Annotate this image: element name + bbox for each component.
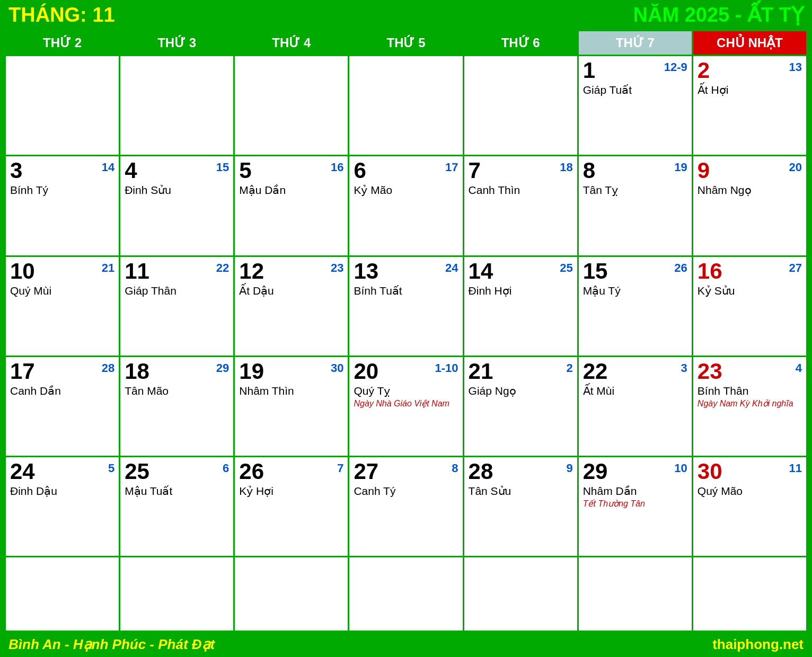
lunar-name: Đinh Dậu bbox=[10, 485, 114, 498]
event-label: Ngày Nam Kỳ Khởi nghĩa bbox=[698, 398, 802, 409]
day-cell: 2615Mậu Tý bbox=[578, 256, 692, 356]
calendar-wrapper: THỨ 2 THỨ 3 THỨ 4 THỨ 5 THỨ 6 THỨ 7 CHỦ … bbox=[0, 30, 812, 632]
day-number: 28 bbox=[469, 460, 573, 483]
lunar-number: 6 bbox=[223, 461, 229, 475]
day-number: 15 bbox=[583, 260, 687, 282]
lunar-number: 9 bbox=[566, 461, 572, 475]
day-number: 13 bbox=[354, 260, 458, 282]
day-cell: 2918Tân Mão bbox=[120, 356, 234, 456]
day-number: 5 bbox=[239, 159, 343, 182]
day-cell: 1130Quý Mão bbox=[692, 457, 807, 557]
event-label: Tết Thường Tân bbox=[583, 499, 687, 509]
lunar-name: Nhâm Thìn bbox=[239, 385, 343, 397]
day-cell: 1029Nhâm DầnTết Thường Tân bbox=[578, 457, 692, 557]
day-cell bbox=[349, 557, 463, 632]
day-cell: 154Đinh Sửu bbox=[120, 156, 234, 256]
day-cell: 165Mậu Dần bbox=[234, 156, 349, 256]
day-cell: 423Bính ThânNgày Nam Kỳ Khởi nghĩa bbox=[692, 356, 807, 456]
weekday-mon: THỨ 2 bbox=[5, 31, 120, 56]
event-label: Ngày Nhà Giáo Việt Nam bbox=[354, 398, 458, 409]
lunar-name: Giáp Thân bbox=[125, 285, 229, 297]
day-number: 25 bbox=[125, 460, 229, 483]
calendar-table: THỨ 2 THỨ 3 THỨ 4 THỨ 5 THỨ 6 THỨ 7 CHỦ … bbox=[4, 30, 808, 632]
calendar-footer: Bình An - Hạnh Phúc - Phát Đạt thaiphong… bbox=[0, 632, 812, 657]
day-cell bbox=[463, 557, 578, 632]
lunar-name: Ất Hợi bbox=[698, 84, 802, 96]
day-cell: 625Mậu Tuất bbox=[120, 457, 234, 557]
weekday-header-row: THỨ 2 THỨ 3 THỨ 4 THỨ 5 THỨ 6 THỨ 7 CHỦ … bbox=[5, 31, 807, 56]
lunar-name: Canh Tý bbox=[354, 485, 458, 498]
day-cell: 2413Bính Tuất bbox=[349, 256, 463, 356]
day-cell: 322Ất Mùi bbox=[578, 356, 692, 456]
day-number: 9 bbox=[698, 159, 802, 182]
calendar-row-2: 2110Quý Mùi2211Giáp Thân2312Ất Dậu2413Bí… bbox=[5, 256, 807, 356]
calendar-row-1: 143Bính Tý154Đinh Sửu165Mậu Dần176Kỷ Mão… bbox=[5, 156, 807, 256]
day-number: 24 bbox=[10, 460, 114, 483]
lunar-number: 18 bbox=[560, 161, 572, 174]
lunar-name: Tân Tỵ bbox=[583, 184, 687, 197]
day-cell: 1-1020Quý TỵNgày Nhà Giáo Việt Nam bbox=[349, 356, 463, 456]
weekday-sat: THỨ 7 bbox=[578, 31, 692, 56]
lunar-name: Kỷ Hợi bbox=[239, 485, 343, 498]
lunar-number: 30 bbox=[331, 361, 343, 375]
day-cell: 3019Nhâm Thìn bbox=[234, 356, 349, 456]
day-number: 26 bbox=[239, 460, 343, 483]
lunar-name: Tân Mão bbox=[125, 385, 229, 397]
lunar-name: Quý Mùi bbox=[10, 285, 114, 297]
lunar-number: 25 bbox=[560, 261, 572, 275]
lunar-name: Bính Thân bbox=[698, 385, 802, 397]
lunar-number: 2 bbox=[566, 361, 572, 375]
lunar-name: Giáp Tuất bbox=[583, 84, 687, 96]
calendar-row-5 bbox=[5, 557, 807, 632]
day-cell: 827Canh Tý bbox=[349, 457, 463, 557]
day-number: 18 bbox=[125, 360, 229, 383]
lunar-number: 27 bbox=[789, 261, 802, 275]
lunar-name: Ất Mùi bbox=[583, 385, 687, 397]
lunar-name: Đinh Sửu bbox=[125, 184, 229, 197]
weekday-tue: THỨ 3 bbox=[120, 31, 234, 56]
day-cell: 143Bính Tý bbox=[5, 156, 120, 256]
calendar-header: THÁNG: 11 NĂM 2025 - ẤT TỴ bbox=[0, 0, 812, 30]
lunar-name: Mậu Tý bbox=[583, 285, 687, 297]
day-number: 19 bbox=[239, 360, 343, 383]
lunar-name: Kỷ Sửu bbox=[698, 285, 802, 297]
day-cell: 2211Giáp Thân bbox=[120, 256, 234, 356]
lunar-number: 1-10 bbox=[435, 361, 458, 375]
day-number: 6 bbox=[354, 159, 458, 182]
day-number: 23 bbox=[698, 360, 802, 383]
lunar-number: 13 bbox=[789, 60, 802, 74]
day-cell bbox=[692, 557, 807, 632]
day-number: 22 bbox=[583, 360, 687, 383]
lunar-name: Nhâm Ngọ bbox=[698, 184, 802, 197]
day-cell: 176Kỷ Mão bbox=[349, 156, 463, 256]
lunar-number: 23 bbox=[331, 261, 343, 275]
day-cell: 928Tân Sửu bbox=[463, 457, 578, 557]
lunar-number: 22 bbox=[216, 261, 229, 275]
footer-website: thaiphong.net bbox=[712, 636, 804, 653]
lunar-number: 20 bbox=[789, 161, 802, 174]
lunar-number: 21 bbox=[102, 261, 114, 275]
lunar-number: 14 bbox=[102, 161, 114, 174]
day-cell bbox=[578, 557, 692, 632]
day-cell: 198Tân Tỵ bbox=[578, 156, 692, 256]
lunar-number: 29 bbox=[216, 361, 229, 375]
day-number: 14 bbox=[469, 260, 573, 282]
day-cell: 2110Quý Mùi bbox=[5, 256, 120, 356]
lunar-number: 7 bbox=[337, 461, 343, 475]
weekday-fri: THỨ 6 bbox=[463, 31, 578, 56]
day-number: 21 bbox=[469, 360, 573, 383]
weekday-sun: CHỦ NHẬT bbox=[692, 31, 807, 56]
lunar-number: 16 bbox=[331, 161, 343, 174]
lunar-number: 24 bbox=[445, 261, 458, 275]
lunar-name: Canh Thìn bbox=[469, 184, 573, 197]
lunar-name: Đinh Hợi bbox=[469, 285, 573, 297]
day-cell bbox=[463, 56, 578, 156]
lunar-number: 3 bbox=[681, 361, 687, 375]
day-number: 10 bbox=[10, 260, 114, 282]
day-cell bbox=[234, 557, 349, 632]
lunar-number: 15 bbox=[216, 161, 229, 174]
day-cell: 2514Đinh Hợi bbox=[463, 256, 578, 356]
day-number: 2 bbox=[698, 59, 802, 82]
lunar-name: Quý Mão bbox=[698, 485, 802, 498]
day-cell: 209Nhâm Ngọ bbox=[692, 156, 807, 256]
